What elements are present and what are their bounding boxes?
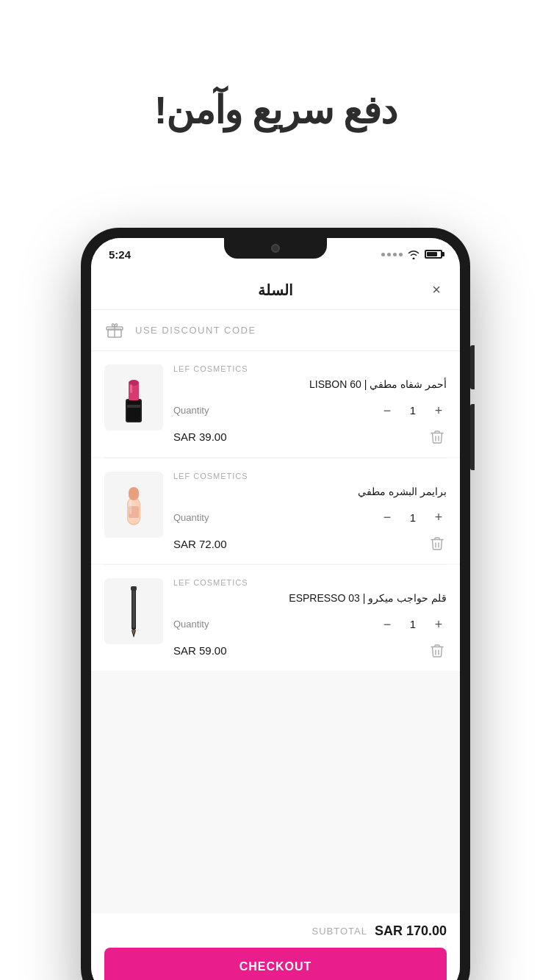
app-header: السلة × (91, 270, 460, 310)
volume-button[interactable] (470, 404, 475, 470)
price-row-3: SAR 59.00 (173, 641, 447, 660)
item-price-1: SAR 39.00 (173, 430, 227, 443)
quantity-controls-3: − 1 + (379, 616, 447, 633)
checkout-button[interactable]: CHECKOUT (104, 948, 447, 980)
svg-rect-15 (131, 586, 137, 591)
item-details-3: LEF COSMETICS قلم حواجب ميكرو | ESPRESSO… (173, 578, 447, 660)
battery-icon (425, 250, 442, 259)
item-name-2: برايمر البشره مطفي (173, 485, 447, 500)
delete-item-3[interactable] (428, 641, 447, 660)
delete-item-2[interactable] (428, 534, 447, 553)
phone-notch (224, 238, 327, 259)
svg-rect-7 (130, 384, 132, 393)
svg-rect-4 (127, 405, 140, 408)
subtotal-amount: SAR 170.00 (375, 923, 447, 939)
gift-icon (104, 320, 125, 341)
cart-item-1: LEF COSMETICS أحمر شفاه مطفي | LISBON 60… (91, 351, 460, 457)
decrease-qty-3[interactable]: − (379, 616, 395, 633)
quantity-row-1: Quantity − 1 + (173, 403, 447, 419)
page-title: دفع سريع وآمن! (0, 0, 551, 162)
item-details-2: LEF COSMETICS برايمر البشره مطفي Quantit… (173, 472, 447, 554)
item-image-2 (104, 472, 163, 538)
cart-item-3: LEF COSMETICS قلم حواجب ميكرو | ESPRESSO… (91, 565, 460, 671)
delete-item-1[interactable] (428, 428, 447, 447)
cart-content: LEF COSMETICS أحمر شفاه مطفي | LISBON 60… (91, 351, 460, 913)
item-name-1: أحمر شفاه مطفي | LISBON 60 (173, 378, 447, 392)
svg-point-6 (129, 380, 139, 386)
decrease-qty-1[interactable]: − (379, 403, 395, 419)
phone-screen: 5:24 السلة × (91, 238, 460, 980)
decrease-qty-2[interactable]: − (379, 509, 395, 525)
discount-bar[interactable]: USE DISCOUNT CODE (91, 310, 460, 351)
item-price-3: SAR 59.00 (173, 644, 227, 657)
phone-frame: 5:24 السلة × (81, 228, 470, 980)
close-button[interactable]: × (426, 280, 447, 300)
qty-value-2: 1 (406, 511, 420, 524)
increase-qty-2[interactable]: + (431, 509, 447, 525)
status-time: 5:24 (109, 248, 131, 261)
increase-qty-3[interactable]: + (431, 616, 447, 633)
checkout-label: CHECKOUT (240, 960, 312, 973)
subtotal-row: SUBTOTAL SAR 170.00 (104, 923, 447, 939)
item-brand-2: LEF COSMETICS (173, 472, 447, 480)
item-details-1: LEF COSMETICS أحمر شفاه مطفي | LISBON 60… (173, 364, 447, 447)
increase-qty-1[interactable]: + (431, 403, 447, 419)
status-icons (381, 249, 442, 259)
qty-value-3: 1 (406, 618, 420, 630)
svg-rect-12 (129, 500, 132, 514)
quantity-controls-1: − 1 + (379, 403, 447, 419)
app-header-title: السلة (258, 281, 293, 299)
svg-rect-14 (132, 588, 135, 628)
item-image-3 (104, 578, 163, 644)
item-brand-3: LEF COSMETICS (173, 578, 447, 587)
item-brand-1: LEF COSMETICS (173, 364, 447, 373)
item-image-1 (104, 364, 163, 430)
phone-camera (271, 244, 280, 253)
wifi-icon (407, 249, 420, 259)
svg-rect-10 (129, 487, 139, 500)
discount-placeholder: USE DISCOUNT CODE (135, 325, 256, 336)
price-row-2: SAR 72.00 (173, 534, 447, 553)
cart-footer: SUBTOTAL SAR 170.00 CHECKOUT (91, 913, 460, 980)
cart-item-2: LEF COSMETICS برايمر البشره مطفي Quantit… (91, 458, 460, 564)
quantity-controls-2: − 1 + (379, 509, 447, 525)
quantity-label-3: Quantity (173, 619, 209, 630)
quantity-label-2: Quantity (173, 512, 209, 523)
quantity-label-1: Quantity (173, 405, 209, 416)
qty-value-1: 1 (406, 404, 420, 417)
signal-icon (381, 253, 403, 256)
quantity-row-3: Quantity − 1 + (173, 616, 447, 633)
item-price-2: SAR 72.00 (173, 538, 227, 550)
price-row-1: SAR 39.00 (173, 428, 447, 447)
subtotal-label: SUBTOTAL (312, 926, 367, 937)
quantity-row-2: Quantity − 1 + (173, 509, 447, 525)
power-button[interactable] (470, 345, 475, 389)
svg-rect-3 (127, 400, 140, 421)
item-name-3: قلم حواجب ميكرو | ESPRESSO 03 (173, 591, 447, 606)
